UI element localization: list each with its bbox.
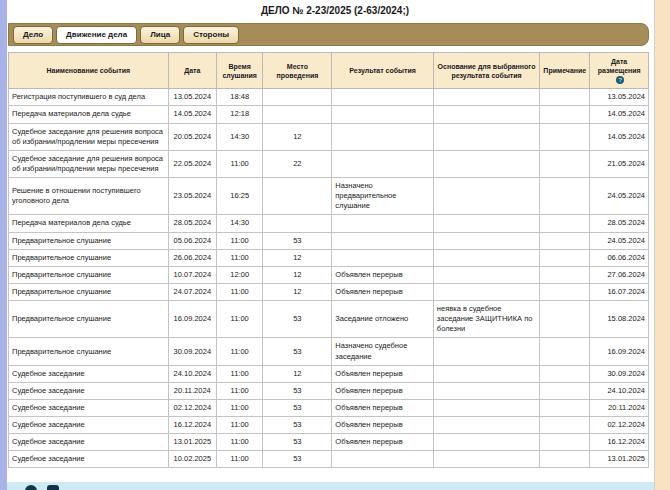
- cell-time: 11:00: [216, 150, 262, 177]
- cell-place: [263, 106, 332, 123]
- bottom-cropped-icon-1[interactable]: [25, 485, 37, 490]
- cell-time: 11:00: [216, 301, 262, 338]
- col-header-result-basis: Основание для выбранного результата собы…: [433, 53, 539, 89]
- col-header-venue: Место проведения: [263, 53, 332, 89]
- col-header-result: Результат события: [332, 53, 434, 89]
- cell-place: 12: [263, 266, 332, 283]
- events-table-header: Наименование события Дата Время слушания…: [9, 53, 649, 89]
- cell-date: 10.02.2025: [168, 451, 216, 468]
- cell-result: Объявлен перерыв: [332, 266, 434, 283]
- cell-time: 14:30: [216, 123, 262, 150]
- cell-basis: [433, 399, 539, 416]
- case-events-table: Наименование события Дата Время слушания…: [8, 52, 649, 468]
- cell-posted: 20.11.2024: [590, 399, 649, 416]
- cell-name: Передача материалов дела судье: [9, 106, 169, 123]
- cell-note: [540, 382, 590, 399]
- cell-note: [540, 451, 590, 468]
- table-row: Судебное заседание24.10.202411:0012Объяв…: [9, 365, 649, 382]
- cell-posted: 16.09.2024: [590, 338, 649, 365]
- page-right-margin: [654, 0, 670, 490]
- cell-note: [540, 178, 590, 215]
- cell-result: Объявлен перерыв: [332, 382, 434, 399]
- tab-case-movement[interactable]: Движение дела: [56, 26, 137, 44]
- tab-persons[interactable]: Лица: [140, 26, 180, 44]
- cell-time: 11:00: [216, 338, 262, 365]
- cell-date: 22.05.2024: [168, 150, 216, 177]
- case-card: ДЕЛО № 2-23/2025 (2-63/2024;) Дело Движе…: [8, 0, 649, 468]
- cell-place: 53: [263, 399, 332, 416]
- cell-note: [540, 249, 590, 266]
- cell-note: [540, 417, 590, 434]
- cell-note: [540, 150, 590, 177]
- col-header-event-name: Наименование события: [9, 53, 169, 89]
- cell-name: Судебное заседание для решения вопроса о…: [9, 150, 169, 177]
- cell-name: Предварительное слушание: [9, 283, 169, 300]
- cell-name: Судебное заседание: [9, 365, 169, 382]
- table-row: Судебное заседание13.01.202511:0053Объяв…: [9, 434, 649, 451]
- cell-result: Объявлен перерыв: [332, 434, 434, 451]
- cell-posted: 14.05.2024: [590, 123, 649, 150]
- cell-place: 12: [263, 249, 332, 266]
- cell-posted: 27.06.2024: [590, 266, 649, 283]
- bottom-cropped-icon-2[interactable]: [47, 485, 59, 490]
- cell-time: 11:00: [216, 382, 262, 399]
- cell-name: Судебное заседание: [9, 399, 169, 416]
- table-row: Регистрация поступившего в суд дела13.05…: [9, 89, 649, 106]
- cell-result: [332, 232, 434, 249]
- table-row: Судебное заседание10.02.202511:005313.01…: [9, 451, 649, 468]
- cell-date: 20.05.2024: [168, 123, 216, 150]
- cell-date: 26.06.2024: [168, 249, 216, 266]
- cell-time: 11:00: [216, 417, 262, 434]
- table-row: Передача материалов дела судье28.05.2024…: [9, 215, 649, 232]
- cell-basis: [433, 283, 539, 300]
- cell-name: Предварительное слушание: [9, 266, 169, 283]
- page-title: ДЕЛО № 2-23/2025 (2-63/2024;): [8, 0, 662, 23]
- cell-basis: [433, 150, 539, 177]
- cell-place: 12: [263, 283, 332, 300]
- cell-place: 12: [263, 123, 332, 150]
- cell-date: 24.10.2024: [168, 365, 216, 382]
- cell-place: [263, 215, 332, 232]
- cell-basis: [433, 249, 539, 266]
- cell-note: [540, 434, 590, 451]
- cell-basis: [433, 89, 539, 106]
- cell-result: Объявлен перерыв: [332, 399, 434, 416]
- tab-parties[interactable]: Стороны: [183, 26, 239, 44]
- cell-place: 12: [263, 365, 332, 382]
- cell-date: 02.12.2024: [168, 399, 216, 416]
- cell-place: 53: [263, 301, 332, 338]
- cell-place: 53: [263, 434, 332, 451]
- cell-name: Судебное заседание для решения вопроса о…: [9, 123, 169, 150]
- cell-name: Предварительное слушание: [9, 338, 169, 365]
- cell-posted: 28.05.2024: [590, 215, 649, 232]
- tabs-container: Дело Движение дела Лица Стороны: [13, 26, 239, 44]
- cell-basis: [433, 451, 539, 468]
- cell-posted: 24.05.2024: [590, 178, 649, 215]
- cell-name: Судебное заседание: [9, 417, 169, 434]
- cell-posted: 14.05.2024: [590, 106, 649, 123]
- cell-name: Передача материалов дела судье: [9, 215, 169, 232]
- cell-posted: 16.07.2024: [590, 283, 649, 300]
- cell-time: 11:00: [216, 365, 262, 382]
- cell-date: 13.01.2025: [168, 434, 216, 451]
- info-icon[interactable]: ?: [616, 76, 624, 84]
- cell-time: 11:00: [216, 451, 262, 468]
- cell-date: 16.12.2024: [168, 417, 216, 434]
- tab-case[interactable]: Дело: [13, 26, 53, 44]
- cell-name: Предварительное слушание: [9, 232, 169, 249]
- cell-result: [332, 451, 434, 468]
- cell-posted: 13.05.2024: [590, 89, 649, 106]
- cell-basis: [433, 123, 539, 150]
- cell-result: Назначено предварительное слушание: [332, 178, 434, 215]
- cell-place: 53: [263, 338, 332, 365]
- cell-place: 53: [263, 232, 332, 249]
- cell-result: [332, 89, 434, 106]
- table-row: Передача материалов дела судье14.05.2024…: [9, 106, 649, 123]
- cell-result: Объявлен перерыв: [332, 417, 434, 434]
- cell-date: 16.09.2024: [168, 301, 216, 338]
- table-row: Судебное заседание16.12.202411:0053Объяв…: [9, 417, 649, 434]
- table-row: Предварительное слушание26.06.202411:001…: [9, 249, 649, 266]
- cell-time: 14:30: [216, 215, 262, 232]
- cell-time: 11:00: [216, 232, 262, 249]
- table-row: Судебное заседание20.11.202411:0053Объяв…: [9, 382, 649, 399]
